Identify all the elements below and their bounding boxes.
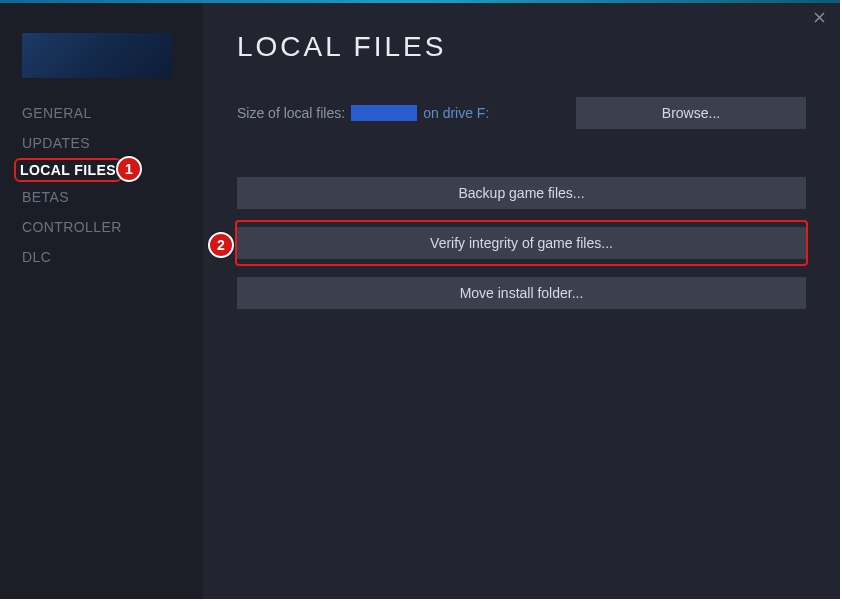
- verify-row: Verify integrity of game files...: [237, 227, 806, 259]
- sidebar-nav: GENERAL UPDATES LOCAL FILES BETAS CONTRO…: [0, 98, 203, 272]
- verify-integrity-button[interactable]: Verify integrity of game files...: [237, 227, 806, 259]
- annotation-badge-2: 2: [208, 232, 234, 258]
- sidebar-item-updates[interactable]: UPDATES: [20, 128, 92, 158]
- sidebar: GENERAL UPDATES LOCAL FILES BETAS CONTRO…: [0, 3, 203, 599]
- size-label: Size of local files:: [237, 105, 345, 121]
- backup-game-files-button[interactable]: Backup game files...: [237, 177, 806, 209]
- size-value-redacted: [351, 105, 417, 121]
- local-size-row: Size of local files: on drive F: Browse.…: [237, 97, 806, 129]
- content-panel: LOCAL FILES Size of local files: on driv…: [203, 3, 840, 599]
- annotation-badge-1: 1: [116, 156, 142, 182]
- sidebar-item-dlc[interactable]: DLC: [20, 242, 53, 272]
- sidebar-item-local-files[interactable]: LOCAL FILES: [14, 158, 122, 182]
- drive-label: on drive F:: [423, 105, 489, 121]
- sidebar-item-controller[interactable]: CONTROLLER: [20, 212, 124, 242]
- sidebar-item-general[interactable]: GENERAL: [20, 98, 94, 128]
- properties-window: GENERAL UPDATES LOCAL FILES BETAS CONTRO…: [0, 0, 840, 599]
- window-body: GENERAL UPDATES LOCAL FILES BETAS CONTRO…: [0, 3, 840, 599]
- page-title: LOCAL FILES: [237, 31, 806, 63]
- browse-button[interactable]: Browse...: [576, 97, 806, 129]
- game-banner: [22, 33, 172, 78]
- move-install-folder-button[interactable]: Move install folder...: [237, 277, 806, 309]
- sidebar-item-betas[interactable]: BETAS: [20, 182, 71, 212]
